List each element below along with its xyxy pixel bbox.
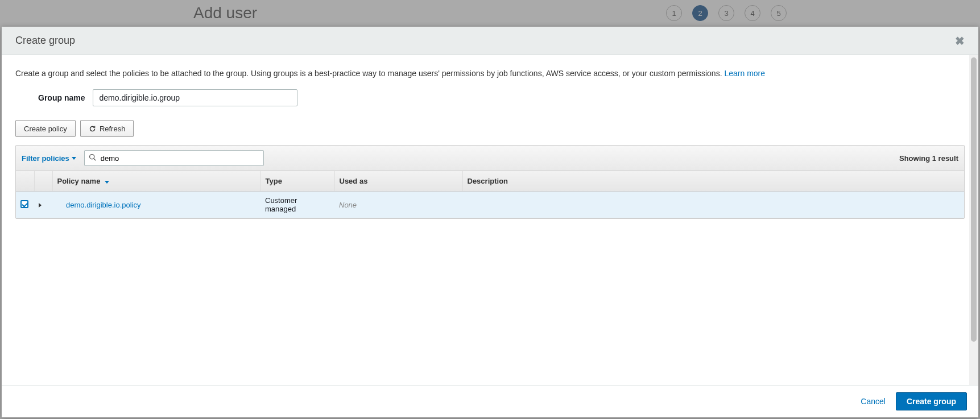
policy-name-link[interactable]: demo.dirigible.io.policy xyxy=(57,201,141,209)
results-count: Showing 1 result xyxy=(899,154,958,163)
policies-table-element: Policy name Type Used as Description xyxy=(16,171,964,218)
search-input[interactable] xyxy=(84,150,264,166)
create-group-modal: Create group ✖ Create a group and select… xyxy=(1,26,979,418)
group-name-input[interactable] xyxy=(93,89,297,106)
create-group-button[interactable]: Create group xyxy=(896,392,967,410)
refresh-label: Refresh xyxy=(100,125,126,133)
header-description[interactable]: Description xyxy=(462,171,964,192)
create-policy-label: Create policy xyxy=(24,125,67,133)
header-expand xyxy=(34,171,52,192)
action-buttons-row: Create policy Refresh xyxy=(15,120,965,137)
header-used-as[interactable]: Used as xyxy=(334,171,462,192)
cell-used-as: None xyxy=(334,192,462,218)
close-icon[interactable]: ✖ xyxy=(955,35,965,47)
row-checkbox[interactable] xyxy=(20,200,28,208)
search-wrap xyxy=(84,150,264,166)
learn-more-link[interactable]: Learn more xyxy=(724,69,765,78)
filter-policies-link[interactable]: Filter policies xyxy=(22,154,76,163)
refresh-icon xyxy=(89,125,96,132)
scrollbar-thumb[interactable] xyxy=(971,57,977,342)
modal-description: Create a group and select the policies t… xyxy=(15,69,965,78)
modal-title: Create group xyxy=(15,35,75,47)
scrollbar[interactable] xyxy=(969,55,978,385)
filter-label: Filter policies xyxy=(22,154,69,163)
table-row[interactable]: demo.dirigible.io.policy Customer manage… xyxy=(16,192,964,218)
create-policy-button[interactable]: Create policy xyxy=(15,120,76,137)
group-name-label: Group name xyxy=(38,93,85,102)
policy-table: Filter policies Showing 1 result xyxy=(15,145,965,219)
modal-footer: Cancel Create group xyxy=(2,385,978,417)
refresh-button[interactable]: Refresh xyxy=(80,120,134,137)
header-type[interactable]: Type xyxy=(260,171,334,192)
cell-type: Customer managed xyxy=(260,192,334,218)
cancel-button[interactable]: Cancel xyxy=(861,397,886,406)
cell-description xyxy=(462,192,964,218)
chevron-down-icon xyxy=(72,157,76,160)
sort-icon xyxy=(105,181,109,184)
filter-bar: Filter policies Showing 1 result xyxy=(16,146,964,171)
expand-icon[interactable] xyxy=(39,203,42,208)
group-name-row: Group name xyxy=(38,89,965,106)
modal-body: Create a group and select the policies t… xyxy=(2,55,978,385)
table-header-row: Policy name Type Used as Description xyxy=(16,171,964,192)
cell-policy-name: demo.dirigible.io.policy xyxy=(52,192,260,218)
header-checkbox xyxy=(16,171,34,192)
modal-header: Create group ✖ xyxy=(2,27,978,55)
header-policy-name[interactable]: Policy name xyxy=(52,171,260,192)
cell-expand xyxy=(34,192,52,218)
used-as-value: None xyxy=(339,201,357,209)
description-text: Create a group and select the policies t… xyxy=(15,69,724,78)
cell-checkbox xyxy=(16,192,34,218)
